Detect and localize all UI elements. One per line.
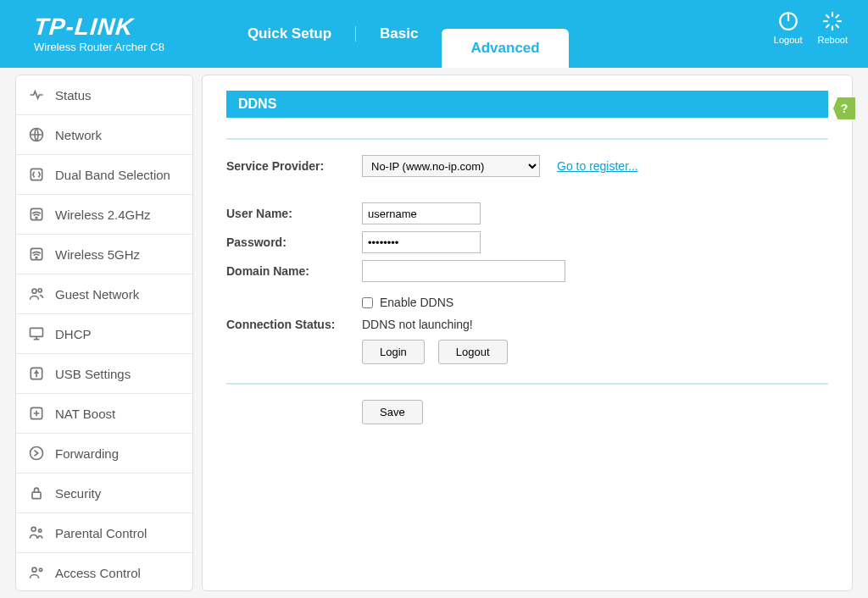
svg-line-9	[836, 14, 839, 18]
divider	[226, 138, 828, 140]
svg-point-15	[36, 257, 37, 258]
sidebar-item-dhcp[interactable]: DHCP	[16, 314, 192, 354]
status-icon	[28, 86, 45, 103]
sidebar-item-security[interactable]: Security	[16, 473, 192, 513]
panel-title: DDNS	[226, 91, 828, 118]
label-username: User Name:	[226, 207, 362, 220]
svg-rect-24	[32, 492, 41, 499]
sidebar-item-label: Forwarding	[55, 446, 119, 461]
sidebar-item-nat[interactable]: NAT Boost	[16, 394, 192, 434]
login-logout-row: Login Logout	[362, 340, 828, 364]
enable-ddns-checkbox[interactable]	[362, 297, 373, 308]
sidebar-item-label: Parental Control	[55, 526, 147, 540]
top-actions: Logout Reboot	[774, 10, 848, 45]
save-row: Save	[362, 400, 828, 424]
sidebar-item-status[interactable]: Status	[16, 75, 192, 115]
reboot-icon	[821, 10, 843, 32]
register-link[interactable]: Go to register...	[557, 159, 638, 173]
tab-basic[interactable]: Basic	[356, 0, 442, 68]
label-connection-status: Connection Status:	[226, 318, 362, 331]
nat-icon	[28, 405, 45, 422]
svg-point-23	[31, 447, 43, 460]
sidebar-item-label: DHCP	[55, 327, 92, 341]
top-banner: TP-LINK Wireless Router Archer C8 Quick …	[0, 0, 868, 68]
sidebar-item-network[interactable]: Network	[16, 115, 192, 155]
sidebar-item-wireless-5[interactable]: Wireless 5GHz	[16, 235, 192, 274]
service-provider-select[interactable]: No-IP (www.no-ip.com)	[362, 155, 540, 177]
svg-rect-18	[31, 328, 43, 336]
sidebar-item-label: NAT Boost	[55, 407, 115, 421]
brand-tagline: Wireless Router Archer C8	[34, 41, 164, 53]
row-domain: Domain Name:	[226, 260, 828, 282]
page-body: Status Network Dual Band Selection Wirel…	[0, 68, 868, 591]
label-password: Password:	[226, 235, 362, 249]
brand: TP-LINK Wireless Router Archer C8	[34, 15, 164, 53]
sidebar-item-label: Wireless 2.4GHz	[55, 208, 151, 222]
users-icon	[28, 285, 45, 302]
divider	[226, 383, 828, 385]
lock-icon	[28, 484, 45, 501]
domain-field[interactable]	[362, 260, 565, 282]
svg-point-16	[32, 289, 36, 293]
svg-point-27	[32, 568, 36, 572]
sidebar-item-label: Wireless 5GHz	[55, 247, 140, 262]
row-service-provider: Service Provider: No-IP (www.no-ip.com) …	[226, 155, 828, 177]
svg-line-6	[826, 14, 830, 18]
label-service-provider: Service Provider:	[226, 159, 362, 173]
sidebar-item-wireless-24[interactable]: Wireless 2.4GHz	[16, 195, 192, 235]
password-field[interactable]	[362, 231, 481, 253]
main-panel: DDNS ? Service Provider: No-IP (www.no-i…	[202, 75, 853, 591]
sidebar-item-label: Access Control	[55, 566, 141, 580]
sidebar-item-label: Guest Network	[55, 287, 139, 302]
login-button[interactable]: Login	[362, 340, 425, 364]
svg-point-13	[36, 217, 37, 219]
logout-button-form[interactable]: Logout	[438, 340, 508, 364]
row-username: User Name:	[226, 202, 828, 224]
parental-icon	[28, 524, 45, 541]
connection-status-value: DDNS not launching!	[362, 318, 473, 331]
svg-point-28	[39, 568, 42, 571]
sidebar-item-parental[interactable]: Parental Control	[16, 513, 192, 553]
sidebar-item-dual-band[interactable]: Dual Band Selection	[16, 155, 192, 195]
logout-button[interactable]: Logout	[774, 10, 803, 45]
save-button[interactable]: Save	[362, 400, 423, 424]
svg-line-7	[836, 25, 839, 28]
row-password: Password:	[226, 231, 828, 253]
sidebar-item-usb[interactable]: USB Settings	[16, 354, 192, 394]
sidebar-item-forwarding[interactable]: Forwarding	[16, 434, 192, 473]
svg-point-17	[38, 289, 42, 292]
wifi-icon	[28, 246, 45, 263]
logout-label: Logout	[774, 35, 803, 45]
access-icon	[28, 564, 45, 581]
reboot-label: Reboot	[818, 35, 848, 45]
sidebar-item-label: Dual Band Selection	[55, 168, 170, 182]
usb-icon	[28, 365, 45, 382]
svg-point-25	[31, 527, 36, 531]
sidebar-item-label: USB Settings	[55, 367, 131, 381]
dual-band-icon	[28, 166, 45, 183]
brand-logo: TP-LINK	[33, 15, 165, 39]
help-button[interactable]: ?	[833, 97, 855, 119]
power-icon	[777, 10, 799, 32]
sidebar-item-label: Status	[55, 88, 92, 102]
row-connection-status: Connection Status: DDNS not launching!	[226, 318, 828, 331]
reboot-button[interactable]: Reboot	[818, 10, 848, 45]
sidebar-item-label: Network	[55, 128, 102, 142]
tab-quick-setup[interactable]: Quick Setup	[224, 0, 355, 68]
sidebar-item-label: Security	[55, 486, 101, 501]
main-nav: Quick Setup Basic Advanced	[224, 0, 569, 68]
row-enable-ddns: Enable DDNS	[362, 296, 828, 309]
globe-icon	[28, 126, 45, 143]
sidebar-item-guest[interactable]: Guest Network	[16, 274, 192, 314]
sidebar: Status Network Dual Band Selection Wirel…	[15, 75, 193, 591]
tab-advanced[interactable]: Advanced	[442, 29, 568, 68]
sidebar-item-access[interactable]: Access Control	[16, 553, 192, 591]
svg-point-26	[39, 529, 42, 532]
svg-line-8	[826, 25, 830, 28]
forward-icon	[28, 445, 45, 462]
label-domain: Domain Name:	[226, 264, 362, 278]
wifi-icon	[28, 206, 45, 223]
username-field[interactable]	[362, 202, 481, 224]
label-enable-ddns: Enable DDNS	[380, 296, 453, 309]
monitor-icon	[28, 325, 45, 342]
